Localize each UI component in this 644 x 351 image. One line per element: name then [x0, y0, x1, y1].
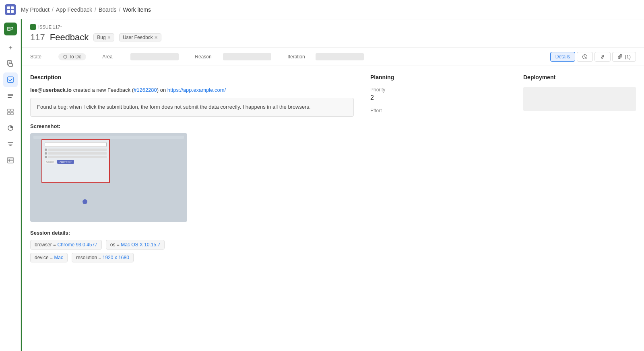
state-group: State To Do: [30, 53, 86, 60]
bug-description-box: Found a bug: when I click the submit but…: [30, 98, 354, 117]
svg-rect-7: [8, 94, 13, 95]
sidebar-filter-icon[interactable]: [3, 137, 18, 151]
state-label: State: [30, 54, 54, 60]
tag-bug-label: Bug: [97, 35, 105, 40]
effort-field: Effort: [370, 108, 507, 114]
browser-label: browser: [35, 242, 52, 248]
sidebar: EP ＋: [0, 19, 21, 351]
deployment-column: Deployment: [515, 66, 644, 351]
deployment-box: [523, 87, 636, 111]
area-value[interactable]: [130, 53, 179, 60]
issue-id: ISSUE 117*: [38, 25, 62, 29]
three-col: Description lee@userback.io created a ne…: [22, 66, 644, 351]
breadcrumb-app-feedback[interactable]: App Feedback: [56, 6, 92, 13]
os-label: os: [110, 242, 116, 248]
svg-rect-9: [8, 97, 12, 98]
svg-rect-13: [11, 112, 13, 115]
tag-bug[interactable]: Bug ×: [93, 33, 114, 41]
sidebar-page-icon[interactable]: [3, 56, 18, 71]
sidebar-check-icon[interactable]: [3, 72, 18, 87]
session-resolution: resolution = 1920 x 1680: [72, 253, 134, 262]
bug-text: Found a bug: when I click the submit but…: [37, 104, 311, 110]
screenshot-label: Screenshot:: [30, 123, 354, 129]
tag-bug-close[interactable]: ×: [107, 35, 111, 40]
svg-rect-8: [8, 95, 13, 96]
on-text: on: [160, 87, 166, 93]
topnav: My Product / App Feedback / Boards / Wor…: [0, 0, 644, 19]
sidebar-chart-icon[interactable]: [3, 121, 18, 135]
session-row-2: device = Mac resolution = 1920 x 1680: [30, 253, 354, 262]
author-email: lee@userback.io: [30, 87, 72, 93]
reason-group: Reason: [195, 53, 271, 60]
issue-title-row: 117 Feedback Bug × User Feedbck ×: [30, 32, 636, 43]
history-button[interactable]: [577, 52, 593, 62]
feedback-url-link[interactable]: https://app.example.com/: [167, 87, 226, 93]
issue-number: 117: [30, 32, 45, 43]
attachment-count: (1): [625, 54, 631, 60]
feedback-id-link[interactable]: #1262280: [134, 87, 157, 93]
reason-label: Reason: [195, 54, 219, 60]
reason-value[interactable]: [223, 53, 271, 60]
metadata-row: State To Do Area Reason Iteration Detail…: [22, 48, 644, 66]
session-row-1: browser = Chrome 93.0.4577 os = Mac OS X…: [30, 240, 354, 250]
description-author: lee@userback.io created a new Feedback (…: [30, 87, 354, 93]
breadcrumb: My Product / App Feedback / Boards / Wor…: [21, 6, 151, 13]
breadcrumb-my-product[interactable]: My Product: [21, 6, 50, 13]
browser-value-link[interactable]: Chrome 93.0.4577: [57, 242, 97, 248]
tag-user-feedbck[interactable]: User Feedbck ×: [119, 33, 161, 41]
tag-user-feedbck-label: User Feedbck: [123, 35, 153, 40]
session-browser: browser = Chrome 93.0.4577: [30, 240, 102, 250]
sidebar-table-icon[interactable]: [3, 153, 18, 167]
sidebar-add-icon[interactable]: ＋: [3, 40, 18, 55]
description-column: Description lee@userback.io created a ne…: [22, 66, 362, 351]
svg-point-16: [64, 55, 67, 58]
svg-rect-5: [9, 64, 12, 66]
avatar[interactable]: EP: [4, 23, 17, 35]
svg-rect-15: [8, 157, 13, 163]
sidebar-grid-icon[interactable]: [3, 105, 18, 119]
attachment-button[interactable]: (1): [612, 52, 636, 62]
link-button[interactable]: [594, 52, 611, 62]
area-group: Area: [102, 53, 179, 60]
details-button[interactable]: Details: [550, 52, 576, 62]
resolution-label: resolution: [76, 255, 97, 260]
issue-icon: [30, 24, 36, 30]
sidebar-list-icon[interactable]: [3, 89, 18, 103]
svg-rect-3: [11, 10, 14, 13]
svg-rect-2: [7, 10, 10, 13]
deployment-title: Deployment: [523, 74, 636, 81]
planning-title: Planning: [370, 74, 507, 81]
svg-rect-12: [8, 112, 10, 115]
device-value-link[interactable]: Mac: [54, 255, 63, 260]
breadcrumb-work-items[interactable]: Work items: [123, 6, 151, 13]
tag-user-feedbck-close[interactable]: ×: [155, 35, 158, 40]
session-title: Session details:: [30, 230, 354, 236]
cursor-indicator: [83, 199, 87, 204]
os-value-link[interactable]: Mac OS X 10.15.7: [121, 242, 160, 248]
issue-title[interactable]: Feedback: [50, 32, 89, 43]
svg-rect-11: [11, 109, 13, 111]
area-label: Area: [102, 54, 126, 60]
iteration-group: Iteration: [287, 53, 364, 60]
priority-label: Priority: [370, 87, 507, 93]
action-verb: created a new Feedback: [73, 87, 130, 93]
iteration-label: Iteration: [287, 54, 312, 60]
meta-actions: Details: [550, 52, 636, 62]
device-label: device: [35, 255, 49, 260]
state-value[interactable]: To Do: [58, 53, 86, 60]
svg-rect-1: [11, 6, 14, 9]
iteration-value[interactable]: [316, 53, 364, 60]
main-layout: EP ＋: [0, 19, 644, 351]
priority-field: Priority 2: [370, 87, 507, 101]
resolution-value-link[interactable]: 1920 x 1680: [103, 255, 129, 260]
screenshot-form-highlight: Cancel Apply Filter: [41, 139, 110, 183]
session-device: device = Mac: [30, 253, 68, 262]
issue-label: ISSUE 117*: [30, 24, 636, 30]
breadcrumb-sep-3: /: [119, 6, 120, 13]
effort-label: Effort: [370, 108, 507, 114]
priority-value[interactable]: 2: [370, 94, 507, 101]
breadcrumb-boards[interactable]: Boards: [99, 6, 116, 13]
screenshot-image[interactable]: Cancel Apply Filter: [30, 133, 187, 222]
breadcrumb-sep-1: /: [52, 6, 54, 13]
app-logo[interactable]: [5, 4, 16, 15]
